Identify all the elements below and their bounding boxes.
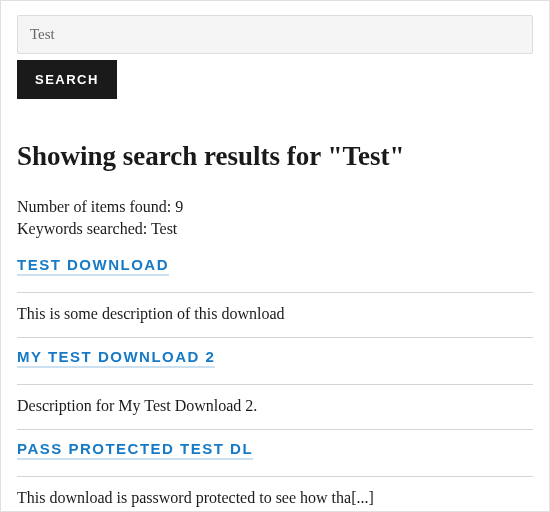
results-list: TEST DOWNLOAD This is some description o… <box>17 256 533 512</box>
search-input[interactable] <box>17 15 533 54</box>
result-title-link[interactable]: MY TEST DOWNLOAD 2 <box>17 348 215 368</box>
result-item: PASS PROTECTED TEST DL This download is … <box>17 440 533 512</box>
results-heading: Showing search results for "Test" <box>17 141 533 172</box>
result-item: TEST DOWNLOAD This is some description o… <box>17 256 533 338</box>
search-results-panel: SEARCH Showing search results for "Test"… <box>0 0 550 512</box>
result-title-link[interactable]: PASS PROTECTED TEST DL <box>17 440 253 460</box>
result-item: MY TEST DOWNLOAD 2 Description for My Te… <box>17 348 533 430</box>
divider <box>17 384 533 385</box>
result-description: Description for My Test Download 2. <box>17 397 533 415</box>
results-count: Number of items found: 9 <box>17 198 533 216</box>
result-title-link[interactable]: TEST DOWNLOAD <box>17 256 169 276</box>
divider <box>17 292 533 293</box>
results-keywords: Keywords searched: Test <box>17 220 533 238</box>
result-description: This download is password protected to s… <box>17 489 533 507</box>
divider <box>17 476 533 477</box>
search-button[interactable]: SEARCH <box>17 60 117 99</box>
result-description: This is some description of this downloa… <box>17 305 533 323</box>
